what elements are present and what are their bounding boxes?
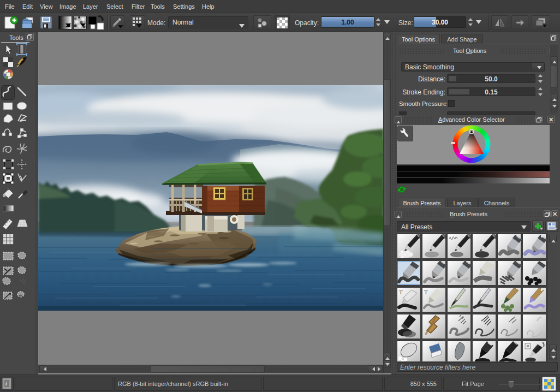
svg-text:T: T — [424, 289, 428, 295]
svg-text:i: i — [5, 381, 7, 387]
svg-text:T: T — [399, 289, 403, 295]
